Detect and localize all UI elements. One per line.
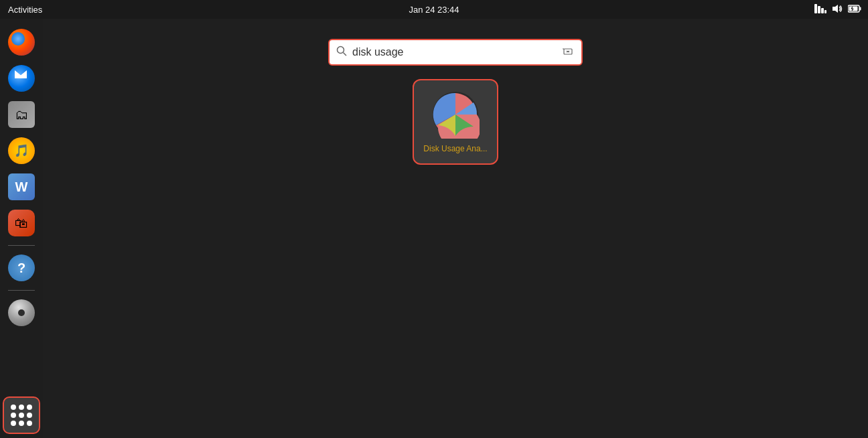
- topbar-right: [814, 4, 868, 15]
- sidebar-item-writer[interactable]: [5, 171, 38, 203]
- files-icon: 🗂: [8, 101, 35, 128]
- main-content: Disk Usage Ana...: [43, 19, 868, 438]
- search-clear-button[interactable]: [561, 44, 575, 60]
- sidebar-item-dvd[interactable]: [5, 297, 38, 329]
- search-box: [328, 39, 583, 66]
- svg-rect-3: [824, 10, 826, 13]
- svg-rect-1: [818, 6, 820, 13]
- svg-point-11: [338, 47, 344, 54]
- firefox-icon: [8, 29, 35, 56]
- network-icon: [814, 4, 826, 15]
- disk-usage-icon: [431, 90, 480, 139]
- appcenter-icon: 🛍: [8, 210, 35, 236]
- topbar-left: Activities: [0, 0, 50, 19]
- dock-separator-2: [8, 290, 35, 291]
- sidebar-item-appcenter[interactable]: 🛍: [5, 207, 38, 239]
- topbar-clock: Jan 24 23:44: [409, 5, 459, 15]
- search-input[interactable]: [352, 46, 556, 58]
- show-applications-button[interactable]: [3, 396, 40, 434]
- activities-button[interactable]: Activities: [0, 0, 50, 19]
- svg-rect-6: [860, 7, 861, 10]
- search-results: Disk Usage Ana...: [413, 79, 498, 165]
- svg-line-12: [344, 53, 347, 56]
- sidebar-item-help[interactable]: ?: [5, 252, 38, 284]
- thunderbird-icon: [8, 65, 35, 92]
- sidebar-item-thunderbird[interactable]: [5, 62, 38, 94]
- writer-icon: [8, 173, 35, 200]
- sidebar-item-firefox[interactable]: [5, 26, 38, 58]
- sidebar-item-rhythmbox[interactable]: 🎵: [5, 135, 38, 167]
- search-container: [328, 39, 583, 66]
- sidebar-item-files[interactable]: 🗂: [5, 98, 38, 131]
- battery-icon: [848, 4, 861, 15]
- disk-usage-app-card[interactable]: Disk Usage Ana...: [413, 79, 498, 165]
- dvd-icon: [8, 299, 35, 326]
- volume-icon: [832, 4, 843, 15]
- appgrid-dots-icon: [11, 405, 32, 426]
- dock-separator: [8, 245, 35, 246]
- rhythmbox-icon: 🎵: [8, 137, 35, 164]
- help-icon: ?: [8, 254, 35, 281]
- topbar: Activities Jan 24 23:44: [0, 0, 868, 19]
- app-name-label: Disk Usage Ana...: [423, 144, 487, 153]
- svg-rect-0: [814, 4, 817, 13]
- svg-rect-2: [821, 8, 824, 13]
- svg-marker-4: [833, 5, 838, 13]
- search-icon: [336, 46, 347, 59]
- sidebar: 🗂 🎵 🛍 ?: [0, 19, 43, 438]
